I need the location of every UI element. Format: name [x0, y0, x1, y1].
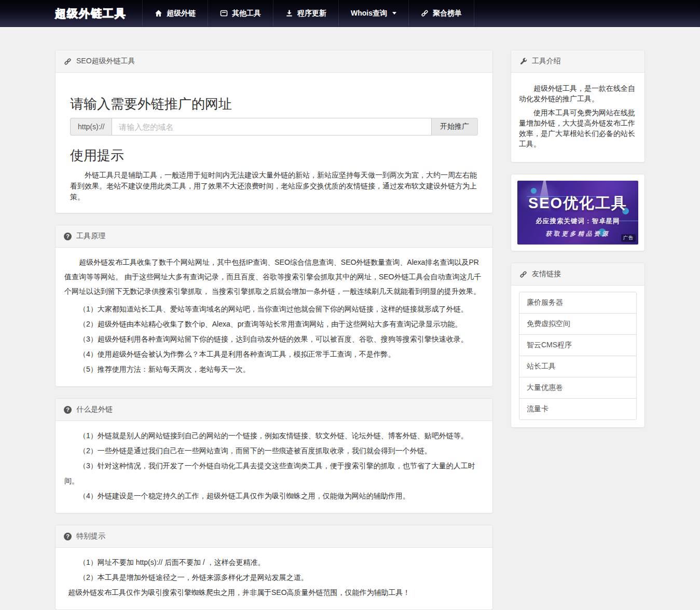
nav-item-label: 程序更新 [297, 9, 326, 18]
usage-tips-text: 外链工具只是辅助工具，一般适用于短时间内无法建设大量外链的新站，新站应坚持每天做… [70, 170, 478, 202]
nav-item-label: Whois查询 [351, 9, 387, 18]
whatis-panel: ? 什么是外链 （1）外链就是别人的网站链接到自己的网站的一个链接，例如友情链接… [55, 398, 493, 513]
top-navbar: 超级外链工具 超级外链 其他工具 程序更新 Whois [0, 0, 700, 27]
intro-panel: 工具介绍 超级外链工具，是一款在线全自动化发外链的推广工具。 使用本工具可免费为… [511, 50, 645, 162]
navbar-inner: 超级外链工具 超级外链 其他工具 程序更新 Whois [55, 0, 645, 26]
principle-panel-body: 超级外链发布工具收集了数千个网站网址，其中包括IP查询、SEO综合信息查询、SE… [56, 248, 492, 386]
nav-item-super-links[interactable]: 超级外链 [142, 0, 208, 26]
whatis-item: （3）针对这种情况，我们开发了一个外链自动化工具去提交这些查询类工具，便于搜索引… [64, 458, 484, 489]
friend-link-cheap-server[interactable]: 廉价服务器 [519, 292, 636, 314]
friend-link-zhiyun-cms[interactable]: 智云CMS程序 [519, 335, 636, 356]
download-icon [285, 9, 293, 17]
nav-item-program-update[interactable]: 程序更新 [273, 0, 338, 26]
nav-item-label: 其他工具 [232, 9, 261, 18]
whatis-item: （1）外链就是别人的网站链接到自己的网站的一个链接，例如友情链接、软文外链、论坛… [64, 428, 484, 443]
notice-panel-header: ? 特别提示 [56, 525, 492, 548]
principle-panel-header: ? 工具原理 [56, 225, 492, 248]
nav-item-label: 超级外链 [167, 9, 196, 18]
question-circle-icon: ? [64, 533, 72, 540]
sidebar: 工具介绍 超级外链工具，是一款在线全自动化发外链的推广工具。 使用本工具可免费为… [511, 50, 645, 439]
seo-ad-banner[interactable]: SEO优化工具 必应搜索关键词：智卓星网 获取更多精品资源 广告 [517, 181, 638, 245]
friend-links-title: 友情链接 [532, 269, 561, 279]
principle-item: （1）大家都知道站长工具、爱站等查询域名的网站吧，当你查询过他就会留下你的网站链… [64, 302, 484, 317]
ad-banner-panel: SEO优化工具 必应搜索关键词：智卓星网 获取更多精品资源 广告 [511, 174, 645, 251]
banner-title: SEO优化工具 [517, 193, 638, 214]
window-icon [220, 9, 228, 17]
friend-link-coupons[interactable]: 大量优惠卷 [519, 377, 636, 399]
principle-panel-title: 工具原理 [76, 232, 105, 241]
principle-item: （2）超级外链由本站精心收集了数个ip、Alexa、pr查询等站长常用查询网站，… [64, 317, 484, 332]
notice-closing-line: 超级外链发布工具仅作为吸引搜索引擎蜘蛛爬虫之用，并非属于SEO高质量外链范围，仅… [64, 585, 484, 600]
nav-item-rankings[interactable]: 聚合榜单 [408, 0, 474, 26]
notice-item: （1）网址不要加 http(s):// 后面不要加 / ，这样会更精准。 [64, 555, 484, 570]
notice-panel-title: 特别提示 [76, 532, 105, 541]
wrench-icon [519, 58, 527, 65]
principle-panel: ? 工具原理 超级外链发布工具收集了数千个网站网址，其中包括IP查询、SEO综合… [55, 225, 493, 387]
whatis-item: （4）外链建设是一个稳定持久的工作，超级外链工具仅作为吸引蜘蛛之用，仅能做为网站… [64, 489, 484, 504]
intro-panel-body: 超级外链工具，是一款在线全自动化发外链的推广工具。 使用本工具可免费为网站在线批… [511, 73, 644, 162]
intro-paragraph: 超级外链工具，是一款在线全自动化发外链的推广工具。 [519, 83, 637, 104]
home-icon [155, 9, 162, 17]
page-container: SEO超级外链工具 请输入需要外链推广的网址 http(s):// 开始推广 使… [55, 27, 645, 610]
intro-paragraph: 使用本工具可免费为网站在线批量增加外链，大大提高外链发布工作效率，是广大草根站长… [519, 107, 637, 149]
nav-item-label: 聚合榜单 [433, 9, 462, 18]
caret-down-icon [392, 12, 396, 15]
notice-panel-body: （1）网址不要加 http(s):// 后面不要加 / ，这样会更精准。 （2）… [56, 548, 492, 609]
url-prefix-addon: http(s):// [70, 118, 112, 135]
promo-panel-header: SEO超级外链工具 [56, 50, 492, 73]
domain-input[interactable] [112, 118, 432, 135]
whatis-item: （2）一些外链是通过我们自己在一些网站查询，而留下的一些痕迹被百度抓取收录，我们… [64, 443, 484, 458]
main-column: SEO超级外链工具 请输入需要外链推广的网址 http(s):// 开始推广 使… [55, 50, 493, 610]
intro-panel-header: 工具介绍 [511, 50, 644, 73]
nav-item-other-tools[interactable]: 其他工具 [208, 0, 273, 26]
banner-subtitle: 必应搜索关键词：智卓星网 [517, 217, 638, 226]
ad-badge: 广告 [621, 234, 636, 242]
question-circle-icon: ? [64, 406, 72, 414]
page-title: 请输入需要外链推广的网址 [70, 95, 478, 113]
brand-logo[interactable]: 超级外链工具 [55, 0, 140, 26]
friend-link-webmaster-tools[interactable]: 站长工具 [519, 356, 636, 377]
friend-links-list: 廉价服务器 免费虚拟空间 智云CMS程序 站长工具 大量优惠卷 流量卡 [519, 292, 637, 420]
friend-link-free-hosting[interactable]: 免费虚拟空间 [519, 314, 636, 335]
usage-tips-title: 使用提示 [70, 146, 478, 165]
promo-panel-title: SEO超级外链工具 [76, 57, 135, 66]
whatis-panel-header: ? 什么是外链 [56, 399, 492, 421]
banner-footline: 获取更多精品资源 [517, 230, 638, 238]
friend-link-data-sim[interactable]: 流量卡 [519, 399, 636, 419]
whatis-panel-body: （1）外链就是别人的网站链接到自己的网站的一个链接，例如友情链接、软文外链、论坛… [56, 421, 492, 513]
whatis-panel-title: 什么是外链 [76, 405, 113, 414]
promo-panel-body: 请输入需要外链推广的网址 http(s):// 开始推广 使用提示 外链工具只是… [56, 73, 492, 213]
principle-item: （3）超级外链利用各种查询网站留下你的链接，达到自动发外链的效果，可以被百度、谷… [64, 332, 484, 347]
question-circle-icon: ? [64, 233, 72, 240]
friend-links-body: 廉价服务器 免费虚拟空间 智云CMS程序 站长工具 大量优惠卷 流量卡 [511, 286, 644, 427]
promo-panel: SEO超级外链工具 请输入需要外链推广的网址 http(s):// 开始推广 使… [55, 50, 493, 213]
friend-links-header: 友情链接 [511, 263, 644, 286]
notice-item: （2）本工具是增加外链途径之一，外链来源多样化才是网站发展之道。 [64, 570, 484, 585]
friend-links-panel: 友情链接 廉价服务器 免费虚拟空间 智云CMS程序 站长工具 大量优惠卷 流量卡 [511, 263, 645, 428]
nav-item-whois-dropdown[interactable]: Whois查询 [338, 0, 408, 26]
principle-item: （4）使用超级外链会被认为作弊么？本工具是利用各种查询工具，模拟正常手工查询，不… [64, 347, 484, 362]
link-icon [519, 270, 527, 278]
principle-item: （5）推荐使用方法：新站每天两次，老站每天一次。 [64, 362, 484, 377]
link-icon [64, 58, 72, 65]
start-promotion-button[interactable]: 开始推广 [432, 118, 478, 135]
principle-intro: 超级外链发布工具收集了数千个网站网址，其中包括IP查询、SEO综合信息查询、SE… [64, 255, 484, 299]
notice-panel: ? 特别提示 （1）网址不要加 http(s):// 后面不要加 / ，这样会更… [55, 525, 493, 610]
nav-menu: 超级外链 其他工具 程序更新 Whois查询 [142, 0, 474, 26]
url-input-group: http(s):// 开始推广 [70, 118, 478, 135]
link-icon [421, 9, 429, 17]
intro-panel-title: 工具介绍 [532, 57, 561, 66]
